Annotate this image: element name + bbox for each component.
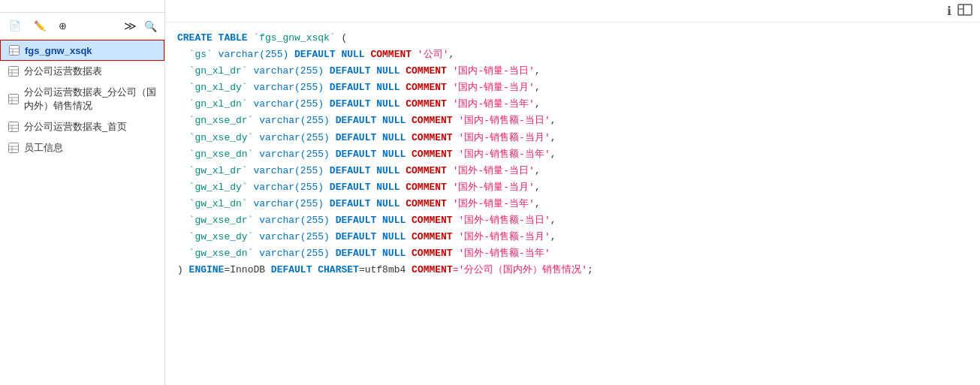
code-token-punct: , [448, 49, 454, 60]
code-token-comment-kw: COMMENT [406, 65, 447, 77]
table-item[interactable]: 分公司运营数据表_首页 [0, 116, 164, 137]
code-token-punct: ) [177, 264, 189, 275]
svg-rect-0 [10, 46, 20, 56]
code-token-field: `gw_xl_dy` [177, 182, 248, 193]
code-token-kw: DEFAULT NULL [336, 149, 412, 160]
code-token-kw: DEFAULT NULL [336, 248, 412, 259]
svg-rect-8 [9, 95, 19, 104]
code-token-kw: DEFAULT NULL [330, 182, 406, 193]
code-line: `gw_xse_dn` varchar(255) DEFAULT NULL CO… [177, 245, 968, 262]
code-line: `gw_xse_dr` varchar(255) DEFAULT NULL CO… [177, 212, 968, 229]
code-token-field: `gn_xse_dr` [177, 115, 253, 126]
code-token-type: varchar(255) [253, 115, 335, 126]
code-token-comment-kw: COMMENT [412, 248, 453, 259]
code-token-comment-kw: COMMENT [406, 182, 447, 193]
code-token-field: `gn_xse_dn` [177, 149, 253, 160]
code-line: `gw_xse_dy` varchar(255) DEFAULT NULL CO… [177, 229, 968, 245]
code-token-comment-val: ='分公司（国内外）销售情况' [453, 264, 587, 275]
table-item[interactable]: fgs_gnw_xsqk [0, 40, 164, 61]
code-token-type: varchar(255) [253, 132, 335, 143]
code-line: ) ENGINE=InnoDB DEFAULT CHARSET=utf8mb4 … [177, 262, 968, 278]
code-token-comment-kw: COMMENT [406, 198, 447, 209]
code-token-type: varchar(255) [248, 65, 330, 77]
table-item[interactable]: 员工信息 [0, 137, 164, 158]
code-token-comment-kw: COMMENT [370, 49, 412, 60]
code-token-type: varchar(255) [253, 248, 335, 259]
code-token-kw: DEFAULT NULL [336, 115, 412, 126]
design-table-button[interactable]: ✏️ [31, 19, 51, 33]
code-token-comment-val: '国外-销售额-当年' [453, 248, 550, 259]
code-token-field: `gn_xl_dn` [177, 98, 248, 110]
sidebar: 📄 ✏️ ⊕ ≫ 🔍 fgs_gnw_xsqk 分公司 [0, 0, 165, 385]
code-token-punct: , [535, 65, 541, 77]
code-token-field: `fgs_gnw_xsqk` [253, 32, 335, 44]
table-item[interactable]: 分公司运营数据表_分公司（国内外）销售情况 [0, 82, 164, 116]
code-token-type: varchar(255) [213, 49, 294, 60]
code-token-kw: DEFAULT NULL [336, 132, 412, 143]
code-token-comment-kw: COMMENT [406, 82, 447, 93]
code-token-comment-val: '国外-销售额-当日' [453, 215, 550, 226]
code-token-kw: DEFAULT NULL [330, 82, 406, 93]
code-token-kw: DEFAULT NULL [330, 198, 406, 209]
code-line: `gs` varchar(255) DEFAULT NULL COMMENT '… [177, 47, 968, 63]
code-token-comment-val: '国外-销量-当月' [447, 182, 535, 193]
code-token-field: `gn_xse_dy` [177, 132, 253, 143]
svg-rect-4 [9, 67, 19, 77]
code-line: `gn_xl_dn` varchar(255) DEFAULT NULL COM… [177, 96, 968, 113]
svg-rect-16 [9, 143, 19, 153]
table-item-label: 分公司运营数据表 [24, 65, 102, 78]
code-token-kw: DEFAULT [271, 264, 312, 275]
code-token-field: `gn_xl_dr` [177, 65, 248, 77]
code-token-comment-kw: COMMENT [412, 115, 453, 126]
code-token-punct: , [535, 198, 541, 209]
sidebar-header [0, 0, 164, 13]
table-item-label: fgs_gnw_xsqk [25, 45, 92, 56]
code-token-field: `gs` [177, 49, 213, 60]
code-token-engine-val: =utf8mb4 [359, 264, 412, 275]
code-token-kw: CREATE TABLE [177, 32, 253, 44]
code-token-type: varchar(255) [253, 231, 335, 242]
code-token-field: `gw_xse_dy` [177, 231, 253, 242]
code-token-punct: , [550, 215, 556, 226]
code-token-punct: ; [587, 264, 593, 275]
code-line: `gn_xse_dr` varchar(255) DEFAULT NULL CO… [177, 113, 968, 129]
code-token-comment-val: '国内-销量-当月' [447, 82, 535, 93]
search-button[interactable]: 🔍 [143, 19, 158, 34]
code-line: `gw_xl_dy` varchar(255) DEFAULT NULL COM… [177, 179, 968, 196]
info-icon[interactable]: ℹ [947, 4, 951, 18]
main-container: 📄 ✏️ ⊕ ≫ 🔍 fgs_gnw_xsqk 分公司 [0, 0, 980, 385]
table-icon [8, 121, 20, 133]
design-table-icon: ✏️ [34, 20, 46, 32]
code-token-field: `gn_xl_dy` [177, 82, 248, 93]
table-list: fgs_gnw_xsqk 分公司运营数据表 分公司运营数据表_分公司（国内外）销… [0, 40, 164, 385]
table-item-label: 分公司运营数据表_分公司（国内外）销售情况 [24, 86, 157, 113]
code-line: `gn_xse_dn` varchar(255) DEFAULT NULL CO… [177, 146, 968, 163]
new-table-button[interactable]: ⊕ [56, 19, 72, 33]
code-token-kw: DEFAULT NULL [336, 215, 412, 226]
code-line: `gw_xl_dn` varchar(255) DEFAULT NULL COM… [177, 196, 968, 212]
open-table-button[interactable]: 📄 [6, 19, 26, 33]
code-token-kw: DEFAULT NULL [336, 231, 412, 242]
layout-icon[interactable] [957, 4, 972, 19]
code-token-type: varchar(255) [248, 98, 330, 110]
code-toolbar: ℹ [165, 0, 980, 23]
code-token-kw: DEFAULT NULL [330, 65, 406, 77]
code-token-comment-val: '公司' [412, 49, 448, 60]
table-icon [8, 65, 20, 77]
code-token-comment-val: '国内-销量-当日' [447, 65, 535, 77]
code-token-punct: , [535, 82, 541, 93]
code-token-punct: , [550, 132, 556, 143]
code-token-punct: , [535, 165, 541, 176]
code-token-kw: CHARSET [312, 264, 358, 275]
expand-button[interactable]: ≫ [122, 17, 138, 35]
code-token-field: `gw_xl_dn` [177, 198, 248, 209]
code-token-type: varchar(255) [253, 215, 335, 226]
code-token-comment-kw: COMMENT [412, 215, 453, 226]
table-item[interactable]: 分公司运营数据表 [0, 61, 164, 82]
code-token-comment-kw: COMMENT [412, 149, 453, 160]
code-panel: ℹ CREATE TABLE `fgs_gnw_xsqk` ( `gs` var… [165, 0, 980, 385]
code-token-punct: , [550, 231, 556, 242]
code-token-comment-val: '国外-销售额-当月' [453, 231, 550, 242]
table-icon [8, 44, 20, 56]
code-token-kw: DEFAULT NULL [294, 49, 370, 60]
